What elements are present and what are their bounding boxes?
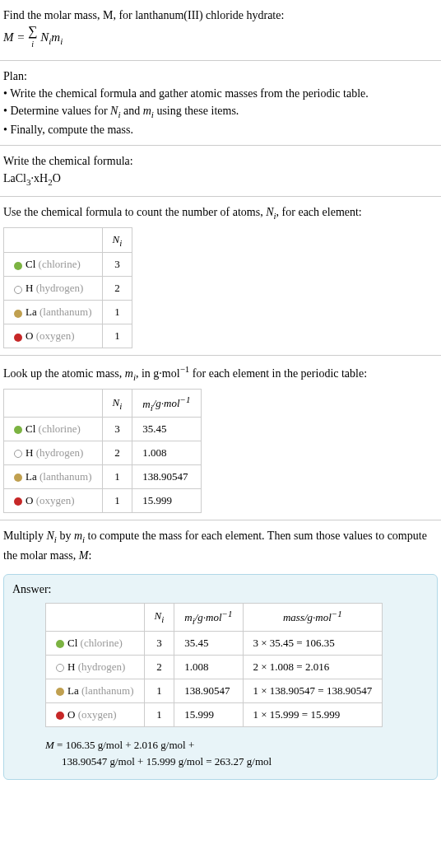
mi-value: 15.999 <box>132 489 201 513</box>
element-name: (chlorine) <box>81 637 123 649</box>
plan-bullet-2: • Determine values for Ni and mi using t… <box>3 102 438 121</box>
answer-table: Ni mi/g·mol−1 mass/g·mol−1 Cl (chlorine)… <box>45 603 383 727</box>
element-dot-icon <box>14 310 22 318</box>
header-ni: Ni <box>144 603 174 631</box>
final-line-1: M = 106.35 g/mol + 2.016 g/mol + <box>45 737 429 754</box>
table-row: O (oxygen)115.9991 × 15.999 = 15.999 <box>46 702 383 726</box>
element-cell: La (lanthanum) <box>46 679 145 702</box>
table-row: H (hydrogen)2 <box>4 277 132 301</box>
ni-value: 1 <box>102 465 132 489</box>
header-element <box>4 227 103 253</box>
element-cell: Cl (chlorine) <box>4 253 103 277</box>
mi-value: 15.999 <box>174 702 243 726</box>
element-symbol: Cl <box>67 637 77 649</box>
table-row: La (lanthanum)1138.905471 × 138.90547 = … <box>46 679 383 702</box>
element-symbol: La <box>67 684 79 697</box>
table-row: La (lanthanum)1 <box>4 301 132 324</box>
ni-value: 2 <box>102 441 132 465</box>
answer-title: Answer: <box>12 583 429 596</box>
element-symbol: H <box>26 282 33 294</box>
mi-value: 138.90547 <box>132 465 201 489</box>
table-row: H (hydrogen)21.0082 × 1.008 = 2.016 <box>46 655 383 679</box>
formula-part2: Nimi <box>38 30 63 44</box>
element-dot-icon <box>56 664 64 672</box>
mi-value: 35.45 <box>174 631 243 655</box>
table-row: H (hydrogen)21.008 <box>4 441 202 465</box>
element-name: (oxygen) <box>36 494 75 506</box>
sum-symbol: ∑i <box>28 24 37 54</box>
multiply-intro: Multiply Ni by mi to compute the mass fo… <box>3 527 438 563</box>
element-symbol: O <box>67 708 75 721</box>
element-dot-icon <box>56 640 64 648</box>
ni-value: 1 <box>102 301 132 324</box>
element-cell: La (lanthanum) <box>4 465 103 489</box>
element-cell: La (lanthanum) <box>4 301 103 324</box>
header-ni: Ni <box>102 390 132 418</box>
element-name: (chlorine) <box>39 258 81 270</box>
element-dot-icon <box>14 286 22 294</box>
mass-value: 2 × 1.008 = 2.016 <box>243 655 383 679</box>
element-name: (hydrogen) <box>36 282 84 294</box>
element-cell: H (hydrogen) <box>4 441 103 465</box>
element-name: (lanthanum) <box>39 470 92 483</box>
element-name: (lanthanum) <box>39 306 92 318</box>
ni-value: 1 <box>144 679 174 702</box>
element-symbol: Cl <box>26 422 35 435</box>
mi-value: 138.90547 <box>174 679 243 702</box>
table-row: Cl (chlorine)3 <box>4 253 132 277</box>
intro-text: Find the molar mass, M, for lanthanum(II… <box>3 7 438 24</box>
atom-count-table: Ni Cl (chlorine)3 H (hydrogen)2 La (lant… <box>3 227 132 349</box>
element-name: (oxygen) <box>78 708 117 721</box>
atomic-mass-table: Ni mi/g·mol−1 Cl (chlorine)335.45 H (hyd… <box>3 389 202 513</box>
ni-value: 2 <box>102 277 132 301</box>
element-name: (lanthanum) <box>81 684 134 697</box>
header-element <box>46 603 145 631</box>
section-intro: Find the molar mass, M, for lanthanum(II… <box>0 0 441 61</box>
element-cell: Cl (chlorine) <box>46 631 145 655</box>
element-cell: O (oxygen) <box>4 324 103 348</box>
plan-title: Plan: <box>3 68 438 85</box>
mass-value: 1 × 15.999 = 15.999 <box>243 702 383 726</box>
element-dot-icon <box>56 688 64 696</box>
element-symbol: H <box>67 660 75 673</box>
element-symbol: O <box>26 494 33 506</box>
element-dot-icon <box>14 497 22 506</box>
answer-box: Answer: Ni mi/g·mol−1 mass/g·mol−1 Cl (c… <box>3 574 438 781</box>
element-dot-icon <box>14 262 22 270</box>
table-row: Cl (chlorine)335.453 × 35.45 = 106.35 <box>46 631 383 655</box>
element-symbol: Cl <box>26 258 35 270</box>
mi-value: 1.008 <box>174 655 243 679</box>
element-cell: O (oxygen) <box>46 702 145 726</box>
table-row: O (oxygen)115.999 <box>4 489 202 513</box>
element-cell: Cl (chlorine) <box>4 418 103 441</box>
element-symbol: La <box>26 470 37 483</box>
element-dot-icon <box>14 474 22 482</box>
element-name: (hydrogen) <box>78 660 126 673</box>
table-header-row: Ni mi/g·mol−1 <box>4 390 202 418</box>
element-dot-icon <box>14 426 22 434</box>
ni-value: 1 <box>102 324 132 348</box>
mi-value: 1.008 <box>132 441 201 465</box>
ni-value: 3 <box>102 418 132 441</box>
section-multiply: Multiply Ni by mi to compute the mass fo… <box>0 520 441 570</box>
mi-value: 35.45 <box>132 418 201 441</box>
header-ni: Ni <box>102 227 132 253</box>
section-count-atoms: Use the chemical formula to count the nu… <box>0 197 441 357</box>
mass-intro: Look up the atomic mass, mi, in g·mol−1 … <box>3 362 438 384</box>
element-symbol: H <box>26 446 33 459</box>
mass-value: 3 × 35.45 = 106.35 <box>243 631 383 655</box>
answer-content: Ni mi/g·mol−1 mass/g·mol−1 Cl (chlorine)… <box>12 603 429 772</box>
table-row: La (lanthanum)1138.90547 <box>4 465 202 489</box>
table-row: O (oxygen)1 <box>4 324 132 348</box>
count-intro: Use the chemical formula to count the nu… <box>3 203 438 222</box>
element-symbol: O <box>26 329 33 342</box>
element-cell: H (hydrogen) <box>4 277 103 301</box>
mass-value: 1 × 138.90547 = 138.90547 <box>243 679 383 702</box>
final-line-2: 138.90547 g/mol + 15.999 g/mol = 263.27 … <box>45 754 429 771</box>
element-cell: H (hydrogen) <box>46 655 145 679</box>
table-header-row: Ni mi/g·mol−1 mass/g·mol−1 <box>46 603 383 631</box>
header-element <box>4 390 103 418</box>
ni-value: 3 <box>144 631 174 655</box>
element-dot-icon <box>14 334 22 342</box>
formula-part1: M = <box>3 30 28 44</box>
